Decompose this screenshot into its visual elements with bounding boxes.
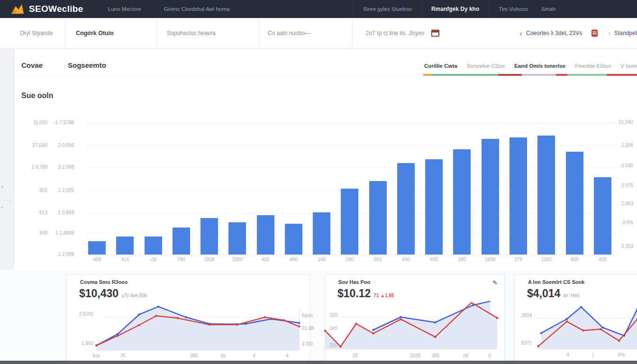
- card-x-tick: 4: [253, 353, 255, 358]
- toolbar-item-1[interactable]: Cngórk Otuio: [76, 30, 114, 36]
- x-tick-label: 790: [173, 257, 190, 262]
- card-value-number: $10,430: [79, 287, 118, 300]
- nav-item-3[interactable]: Rmanfgek Dy kho: [431, 6, 479, 12]
- axis-tick-label: 902: [39, 188, 47, 193]
- nav-cell-0[interactable]: Sinre gyles Stuelroo: [353, 0, 421, 18]
- nav-cell-2: Tim Vulsoss Smah: [489, 0, 565, 18]
- card-x-tick: 2028: [410, 353, 420, 358]
- card-baseline: [86, 350, 299, 351]
- toolbar-divider: [156, 18, 157, 48]
- toolbar-item-2[interactable]: Sopohecloc heavra: [167, 30, 216, 36]
- nav-item-5[interactable]: Smah: [541, 6, 555, 12]
- card-y-right-tick: 3 3(0: [302, 341, 313, 346]
- x-tick-label: 280: [453, 257, 471, 262]
- card-y-tick: 320: [325, 312, 337, 318]
- x-tick-label: -00: [145, 257, 162, 262]
- legend-item-3[interactable]: Fmorble €3òvs: [575, 63, 611, 69]
- nav-item-4[interactable]: Tim Vulsoss: [499, 6, 528, 12]
- card-x-tick: 0: [488, 353, 491, 358]
- toolbar-item-0[interactable]: Oryl Styande: [20, 30, 53, 36]
- card-y-tick: 5371: [516, 340, 532, 346]
- bar: [369, 181, 387, 255]
- card-value: $4,014wr: Hes: [527, 287, 579, 300]
- bar: [116, 237, 134, 255]
- card-title: Covma Smo R3oos: [80, 279, 127, 285]
- nav-item-1[interactable]: Girenc Ciordshal Awl homa: [164, 6, 230, 12]
- x-tick-label: 2008: [200, 257, 218, 262]
- bottom-scrollbar[interactable]: [0, 361, 637, 364]
- bar: [257, 215, 274, 255]
- bar: [510, 137, 527, 255]
- bar: [228, 222, 246, 255]
- bar: [482, 139, 499, 255]
- line-chart: [325, 305, 497, 349]
- logo-text: SEOWeclibe: [29, 4, 83, 14]
- tab-segments[interactable]: Sogseemto: [68, 61, 106, 69]
- card-y-tick: 1,893: [71, 341, 93, 346]
- left-edge-panel[interactable]: ts o: [0, 49, 14, 270]
- axis-tick-label: 509: [39, 230, 47, 236]
- axis-tick-label: -1 7,5788: [54, 120, 74, 125]
- line-chart-svg: [535, 306, 637, 349]
- bar: [566, 152, 583, 255]
- axis-tick-label: 613: [39, 210, 47, 215]
- edit-icon[interactable]: ✎: [492, 279, 498, 286]
- line-chart-svg: [86, 306, 299, 350]
- legend-item-0[interactable]: Corillie Cwta: [424, 63, 457, 69]
- bar: [145, 237, 162, 255]
- line-chart: [86, 306, 299, 350]
- nav-item-0[interactable]: Luno Meciore: [108, 6, 141, 12]
- bar: [537, 136, 555, 255]
- summary-card-1: Covma Smo R3oos $10,430uTy twe.00b 2,819…: [66, 274, 310, 361]
- x-tick-label: 409: [566, 257, 583, 262]
- card-x-tick: 6%: [618, 352, 625, 357]
- seo-dashboard: SEOWeclibe Luno Meciore Girenc Ciordshal…: [0, 0, 637, 364]
- chevron-left-icon[interactable]: ‹: [519, 29, 522, 37]
- summary-card-3: A lon Soemlrt CS Sook $4,014wr: Hes 2004…: [514, 274, 637, 361]
- nav-cell-1[interactable]: Rmanfgek Dy kho: [421, 0, 489, 18]
- logo[interactable]: SEOWeclibe: [10, 0, 83, 18]
- card-value-suffix: uTy twe.00b: [121, 293, 147, 298]
- toolbar-item-3[interactable]: Co aaln nuobo—: [268, 30, 310, 36]
- card-x-tick: 385: [190, 353, 198, 358]
- legend-item-4[interactable]: V boow: [620, 63, 637, 69]
- toolbar-item-4[interactable]: 2o7 tp ct line its. Jicyes: [366, 30, 424, 36]
- tabs-row: Covae Sogseemto Corillie CwtaSorsrelve C…: [14, 49, 637, 78]
- x-tick-label: 490: [285, 257, 302, 262]
- legend-item-2[interactable]: Eand Omls tonerlse: [514, 63, 565, 69]
- gridline: [85, 123, 616, 123]
- nav-item-2[interactable]: Sinre gyles Stuelroo: [363, 6, 412, 12]
- export-file-icon[interactable]: [592, 30, 598, 37]
- summary-cards: Covma Smo R3oos $10,430uTy twe.00b 2,819…: [0, 270, 637, 361]
- card-value-suffix: wr: Hes: [563, 293, 579, 298]
- x-tick-label: 501: [369, 257, 387, 262]
- x-tick-label: 500: [425, 257, 443, 262]
- card-y-right-tick: 21,88: [302, 326, 314, 331]
- period-selector[interactable]: Coeortes λ 3deL 23Vs: [526, 30, 582, 36]
- card-x-tick: 385: [432, 353, 440, 358]
- x-tick-label: 179: [510, 257, 527, 262]
- bar: [453, 149, 471, 255]
- calendar-icon[interactable]: [431, 30, 439, 37]
- card-value: $10,430uTy twe.00b: [79, 287, 147, 300]
- strip-mark: ts: [1, 185, 3, 188]
- bar: [200, 218, 218, 255]
- axis-tick-label: 27,E80: [32, 143, 47, 148]
- card-baseline: [325, 349, 497, 349]
- x-tick-label: 408: [88, 257, 106, 262]
- bar: [341, 189, 358, 255]
- x-tick-label: 425: [594, 257, 611, 262]
- export-button[interactable]: Standpeb: [614, 30, 637, 36]
- axis-tick-label: -2 030: [620, 163, 633, 168]
- toolbar: Oryl Styande Cngórk Otuio Sopohecloc hea…: [0, 18, 637, 49]
- legend-item-1[interactable]: Sorsrelve CSoo: [467, 63, 505, 69]
- legend-underline-segment: [522, 74, 556, 76]
- x-tick-label: 240: [341, 257, 358, 262]
- axis-tick-label: 21,040: [619, 119, 633, 125]
- legend: Corillie CwtaSorsrelve CSooEand Omls ton…: [424, 63, 637, 69]
- axis-tick-label: 2,603: [621, 201, 633, 206]
- legend-underline-segment: [607, 74, 637, 76]
- line-chart-svg: [325, 305, 497, 349]
- bar: [88, 241, 106, 255]
- tab-overview[interactable]: Covae: [21, 61, 43, 69]
